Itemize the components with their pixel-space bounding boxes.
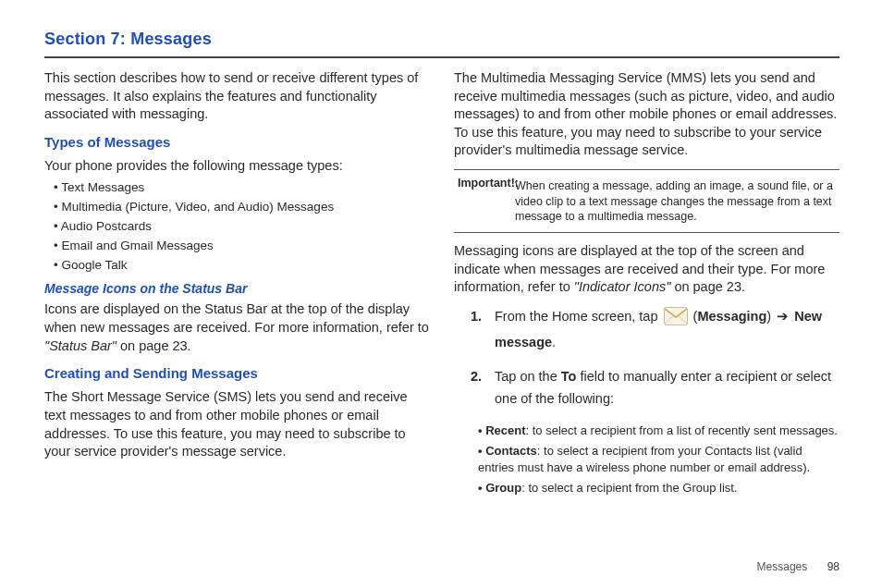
- list-item: Text Messages: [54, 179, 430, 196]
- important-text: When creating a message, adding an image…: [458, 178, 836, 226]
- list-item: Group: to select a recipient from the Gr…: [478, 480, 839, 496]
- to-field-label: To: [561, 369, 577, 384]
- option-text: : to select a recipient from a list of r…: [526, 423, 838, 437]
- icons-paragraph: Icons are displayed on the Status Bar at…: [44, 300, 430, 355]
- section-title: Section 7: Messages: [44, 30, 839, 49]
- text: on page 23.: [670, 279, 745, 294]
- step-number: 1.: [471, 306, 485, 353]
- intro-paragraph: This section describes how to send or re…: [44, 69, 430, 124]
- list-item: Recent: to select a recipient from a lis…: [478, 423, 839, 439]
- create-paragraph: The Short Message Service (SMS) lets you…: [44, 388, 430, 460]
- step-body: Tap on the To field to manually enter a …: [495, 366, 839, 409]
- text: Tap on the: [495, 369, 561, 384]
- steps-list: 1. From the Home screen, tap (Messaging)…: [471, 306, 839, 410]
- heading-types: Types of Messages: [44, 133, 430, 152]
- mms-paragraph: The Multimedia Messaging Service (MMS) l…: [454, 69, 839, 160]
- messaging-icon: [664, 307, 688, 332]
- step-1: 1. From the Home screen, tap (Messaging)…: [471, 306, 839, 353]
- list-item: Multimedia (Picture, Video, and Audio) M…: [54, 199, 430, 215]
- reference-indicator-icons: "Indicator Icons": [574, 279, 671, 294]
- step-number: 2.: [471, 366, 485, 409]
- important-note: Important!: When creating a message, add…: [454, 169, 839, 234]
- heading-message-icons: Message Icons on the Status Bar: [44, 280, 430, 298]
- list-item: Contacts: to select a recipient from you…: [478, 443, 839, 475]
- types-lead: Your phone provides the following messag…: [44, 157, 430, 176]
- option-text: : to select a recipient from the Group l…: [521, 481, 737, 495]
- messaging-label: Messaging: [697, 309, 766, 324]
- recipient-options: Recent: to select a recipient from a lis…: [454, 423, 839, 496]
- heading-creating-sending: Creating and Sending Messages: [44, 364, 430, 383]
- text: .: [552, 335, 556, 349]
- page-footer: Messages 98: [757, 560, 839, 573]
- left-column: This section describes how to send or re…: [44, 69, 430, 501]
- right-column: The Multimedia Messaging Service (MMS) l…: [454, 69, 839, 501]
- reference-status-bar: "Status Bar": [44, 338, 116, 353]
- section-divider: [44, 56, 839, 58]
- step-body: From the Home screen, tap (Messaging) ➔ …: [495, 306, 839, 353]
- two-column-body: This section describes how to send or re…: [44, 69, 839, 501]
- option-label: Contacts: [485, 444, 537, 458]
- footer-section-label: Messages: [757, 560, 808, 573]
- page-number: 98: [827, 560, 839, 573]
- icons-info-paragraph: Messaging icons are displayed at the top…: [454, 242, 839, 297]
- option-label: Recent: [485, 423, 525, 437]
- important-label: Important!:: [458, 177, 519, 190]
- option-label: Group: [485, 481, 521, 495]
- svg-rect-0: [664, 308, 687, 325]
- manual-page: Section 7: Messages This section describ…: [0, 0, 882, 588]
- list-item: Google Talk: [54, 257, 430, 274]
- step-2: 2. Tap on the To field to manually enter…: [471, 366, 839, 409]
- text: Icons are displayed on the Status Bar at…: [44, 301, 429, 335]
- text: From the Home screen, tap: [495, 309, 662, 324]
- list-item: Audio Postcards: [54, 218, 430, 235]
- list-item: Email and Gmail Messages: [54, 238, 430, 254]
- text: on page 23.: [116, 338, 191, 353]
- types-list: Text Messages Multimedia (Picture, Video…: [44, 179, 430, 275]
- arrow-icon: ➔: [777, 309, 789, 324]
